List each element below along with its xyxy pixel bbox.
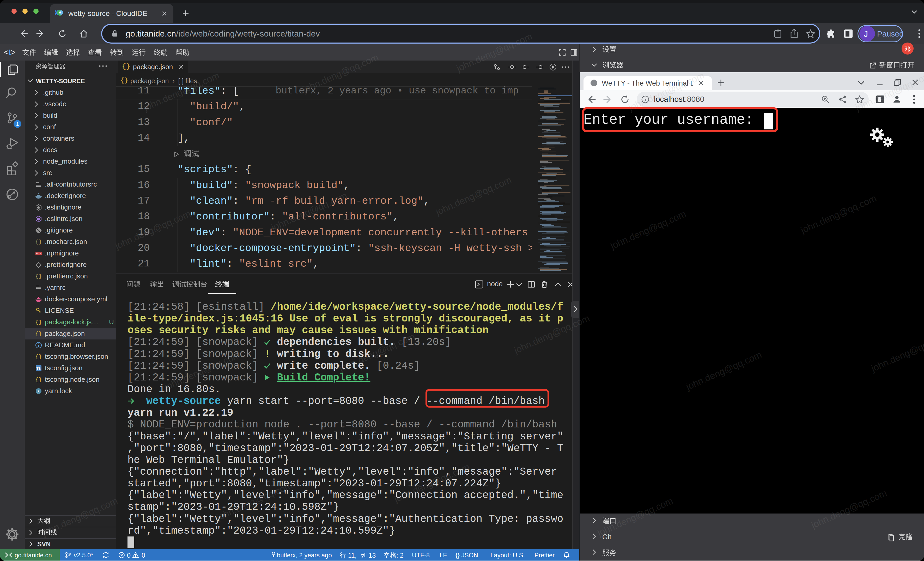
svg-text:TS: TS: [36, 367, 41, 370]
svg-text:{}: {}: [36, 377, 42, 383]
svg-text:{}: {}: [36, 239, 42, 245]
svg-text:{}: {}: [36, 354, 42, 360]
svg-text:{}: {}: [36, 331, 42, 337]
svg-text:{}: {}: [36, 319, 42, 325]
svg-text:{}: {}: [36, 274, 42, 280]
